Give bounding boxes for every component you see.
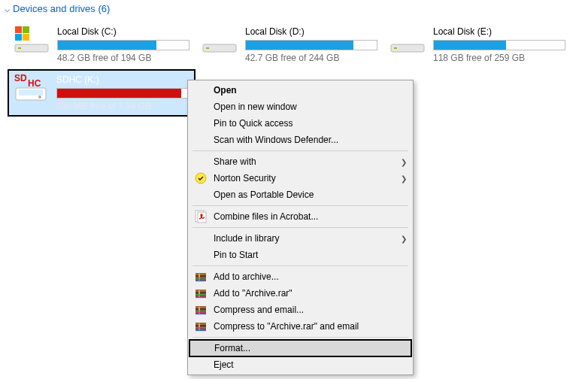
capacity-fill — [246, 41, 353, 50]
svg-rect-1 — [18, 47, 21, 49]
menu-item[interactable]: Open as Portable Device — [189, 186, 411, 203]
menu-item[interactable]: Scan with Windows Defender... — [189, 132, 411, 148]
acrobat-icon — [194, 210, 208, 223]
svg-rect-7 — [206, 47, 209, 49]
winrar-icon — [194, 270, 208, 283]
menu-separator — [192, 337, 408, 338]
svg-rect-27 — [195, 290, 206, 292]
svg-rect-31 — [195, 297, 206, 298]
capacity-fill — [58, 41, 156, 50]
menu-item[interactable]: Add to archive... — [189, 268, 411, 285]
svg-rect-2 — [15, 26, 22, 33]
svg-rect-37 — [195, 312, 206, 313]
winrar-icon — [194, 303, 208, 317]
drive-label: Local Disk (E:) — [433, 26, 565, 37]
drive-label: Local Disk (C:) — [57, 26, 189, 37]
menu-item[interactable]: Pin to Quick access — [189, 115, 411, 132]
menu-separator — [192, 205, 408, 206]
menu-separator — [192, 265, 408, 266]
drive-info: Local Disk (D:)42.7 GB free of 244 GB — [245, 25, 377, 63]
drive-label: SDHC (K:) — [56, 74, 190, 85]
svg-rect-34 — [195, 306, 206, 308]
drive-info: Local Disk (E:)118 GB free of 259 GB — [433, 25, 565, 63]
chevron-right-icon: ❯ — [401, 174, 407, 183]
sdhc-icon: SD HC — [13, 73, 49, 103]
drive-tile[interactable]: Local Disk (E:)118 GB free of 259 GB — [383, 20, 571, 69]
menu-item-label: Open in new window — [214, 102, 407, 112]
svg-rect-22 — [195, 277, 206, 278]
menu-item[interactable]: Include in library❯ — [189, 230, 411, 247]
menu-item-label: Open — [214, 85, 407, 96]
hdd-icon — [202, 25, 238, 55]
menu-item[interactable]: Open in new window — [189, 99, 411, 115]
svg-rect-38 — [195, 314, 206, 314]
svg-rect-36 — [195, 311, 206, 311]
chevron-right-icon: ❯ — [401, 235, 407, 243]
menu-item[interactable]: Compress and email... — [189, 302, 411, 318]
menu-separator — [192, 150, 408, 151]
svg-rect-5 — [23, 34, 29, 41]
svg-point-12 — [38, 96, 41, 99]
menu-item[interactable]: Pin to Start — [189, 247, 411, 263]
svg-rect-26 — [195, 292, 206, 293]
capacity-bar — [56, 88, 190, 99]
devices-and-drives-header[interactable]: ⌵ Devices and drives (6) — [0, 0, 588, 20]
drive-label: Local Disk (D:) — [245, 26, 377, 37]
svg-rect-24 — [195, 280, 206, 281]
drive-tile[interactable]: Local Disk (D:)42.7 GB free of 244 GB — [195, 20, 383, 69]
menu-item[interactable]: Open — [189, 82, 411, 99]
drive-info: Local Disk (C:)48.2 GB free of 194 GB — [57, 25, 189, 63]
svg-text:SD: SD — [14, 73, 27, 83]
svg-text:HC: HC — [28, 78, 41, 89]
svg-rect-30 — [195, 296, 206, 296]
menu-item[interactable]: Norton Security❯ — [189, 170, 411, 186]
svg-rect-11 — [19, 89, 43, 96]
menu-item[interactable]: Compress to "Archive.rar" and email — [189, 318, 411, 335]
svg-rect-45 — [195, 330, 206, 331]
capacity-bar — [433, 40, 565, 50]
hdd-icon — [389, 25, 426, 55]
menu-item[interactable]: Share with❯ — [189, 153, 411, 170]
menu-item-label: Add to "Archive.rar" — [214, 288, 407, 299]
chevron-right-icon: ❯ — [401, 158, 407, 166]
norton-icon — [194, 171, 208, 185]
menu-separator — [192, 227, 408, 228]
winrar-icon — [194, 320, 208, 333]
capacity-bar — [57, 40, 189, 50]
menu-item-label: Norton Security — [214, 173, 396, 183]
menu-item[interactable]: Eject — [189, 356, 411, 373]
svg-rect-43 — [195, 327, 206, 328]
drive-free-text: 48.2 GB free of 194 GB — [57, 53, 189, 63]
menu-item-label: Compress and email... — [214, 305, 407, 315]
drive-free-text: 650 MB free of 7.34 GB — [56, 101, 190, 111]
menu-item-label: Compress to "Archive.rar" and email — [214, 321, 407, 332]
drive-free-text: 42.7 GB free of 244 GB — [245, 53, 377, 63]
svg-rect-41 — [195, 323, 206, 325]
drive-tile[interactable]: Local Disk (C:)48.2 GB free of 194 GB — [8, 20, 195, 69]
svg-rect-3 — [23, 26, 29, 33]
svg-rect-29 — [195, 294, 206, 295]
drive-info: SDHC (K:)650 MB free of 7.34 GB — [56, 73, 190, 111]
svg-rect-19 — [195, 275, 206, 277]
capacity-fill — [57, 89, 181, 98]
menu-item-label: Open as Portable Device — [214, 190, 407, 200]
svg-rect-23 — [195, 279, 206, 280]
svg-rect-4 — [15, 34, 22, 41]
menu-item-label: Format... — [214, 343, 406, 353]
menu-item-label: Eject — [214, 359, 407, 370]
drive-tile[interactable]: SD HC SDHC (K:)650 MB free of 7.34 GB — [8, 69, 195, 117]
menu-item-label: Share with — [214, 156, 396, 167]
capacity-fill — [434, 41, 506, 50]
chevron-down-icon: ⌵ — [5, 4, 10, 14]
menu-item[interactable]: Format... — [189, 339, 412, 357]
winrar-icon — [194, 287, 208, 300]
menu-item-label: Include in library — [214, 233, 396, 244]
drive-free-text: 118 GB free of 259 GB — [433, 53, 565, 63]
menu-item[interactable]: Add to "Archive.rar" — [189, 285, 411, 302]
menu-item-label: Scan with Windows Defender... — [214, 135, 407, 145]
drive-context-menu: OpenOpen in new windowPin to Quick acces… — [187, 80, 414, 375]
section-title: Devices and drives (6) — [13, 3, 110, 14]
menu-item[interactable]: Combine files in Acrobat... — [189, 208, 411, 225]
svg-rect-33 — [195, 308, 206, 310]
svg-rect-9 — [394, 47, 397, 49]
